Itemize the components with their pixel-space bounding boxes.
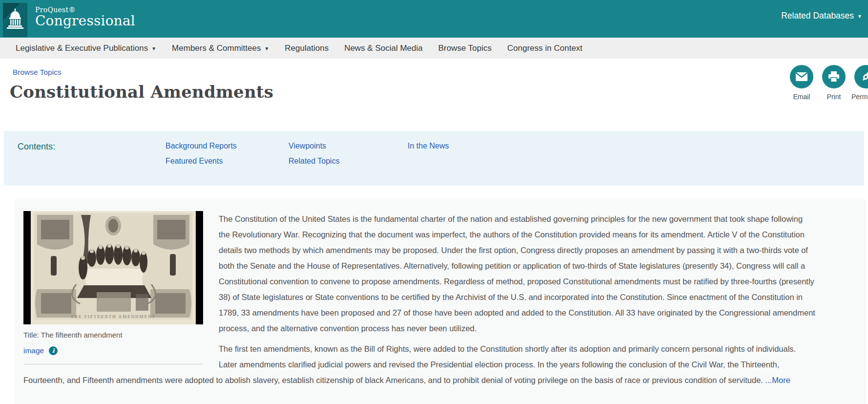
- fifteenth-amendment-image[interactable]: THE FIFTEENTH AMENDMENT: [23, 211, 203, 324]
- app-header: ProQuest® Congressional Related Database…: [0, 0, 868, 38]
- print-icon: [822, 65, 846, 88]
- brand-congressional: Congressional: [35, 14, 135, 28]
- contents-column-3: In the News: [408, 141, 449, 150]
- permalink-icon: [854, 65, 868, 88]
- nav-item-label: Members & Committees: [172, 43, 261, 53]
- related-databases-menu[interactable]: Related Databases ▼: [781, 11, 862, 21]
- nav-item-members-committees[interactable]: Members & Committees ▼: [164, 43, 277, 53]
- nav-item-browse-topics[interactable]: Browse Topics: [431, 43, 499, 53]
- email-icon: [790, 65, 813, 88]
- permalink-button[interactable]: Permalink: [851, 65, 868, 101]
- breadcrumb-browse-topics[interactable]: Browse Topics: [13, 68, 62, 77]
- email-button[interactable]: Email: [787, 65, 816, 101]
- nav-item-label: Browse Topics: [438, 43, 492, 53]
- brand-wordmark: ProQuest® Congressional: [35, 6, 135, 28]
- chevron-down-icon: ▼: [857, 14, 862, 19]
- info-icon[interactable]: i: [49, 346, 58, 355]
- contents-band: Contents: Background Reports Featured Ev…: [4, 131, 864, 186]
- proquest-logo[interactable]: [3, 3, 27, 37]
- contents-label: Contents:: [18, 142, 55, 152]
- contents-link-related-topics[interactable]: Related Topics: [289, 156, 340, 166]
- nav-item-label: News & Social Media: [344, 43, 423, 53]
- page-title: Constitutional Amendments: [10, 82, 273, 102]
- nav-item-label: Regulations: [285, 43, 329, 53]
- figure-divider: [23, 364, 203, 364]
- contents-link-in-the-news[interactable]: In the News: [408, 141, 449, 150]
- nav-item-congress-in-context[interactable]: Congress in Context: [499, 43, 590, 53]
- image-link[interactable]: image: [23, 345, 44, 356]
- more-link[interactable]: ...More: [765, 376, 790, 384]
- print-title-text: THE FIFTEENTH AMENDMENT: [71, 314, 156, 319]
- nav-item-regulations[interactable]: Regulations: [277, 43, 336, 53]
- figure-caption: Title: The fifteenth amendment: [23, 330, 203, 340]
- contents-link-featured-events[interactable]: Featured Events: [165, 156, 237, 166]
- action-label: Print: [819, 93, 848, 101]
- action-label: Permalink: [851, 93, 868, 101]
- main-nav: Legislative & Executive Publications ▼ M…: [0, 38, 868, 59]
- action-label: Email: [787, 93, 816, 101]
- capitol-icon: [6, 8, 24, 32]
- topic-overview-card: THE FIFTEENTH AMENDMENT Title: The fifte…: [15, 199, 866, 404]
- chevron-down-icon: ▼: [264, 46, 269, 51]
- nav-item-news-social-media[interactable]: News & Social Media: [336, 43, 431, 53]
- contents-link-viewpoints[interactable]: Viewpoints: [289, 141, 340, 150]
- topic-figure: THE FIFTEENTH AMENDMENT Title: The fifte…: [23, 211, 203, 364]
- contents-column-2: Viewpoints Related Topics: [289, 141, 340, 166]
- contents-link-background-reports[interactable]: Background Reports: [165, 141, 237, 150]
- print-button[interactable]: Print: [819, 65, 848, 101]
- related-databases-label: Related Databases: [781, 11, 854, 21]
- nav-item-legislative-executive-publications[interactable]: Legislative & Executive Publications ▼: [8, 43, 164, 53]
- contents-column-1: Background Reports Featured Events: [165, 141, 237, 166]
- chevron-down-icon: ▼: [151, 46, 156, 51]
- nav-item-label: Legislative & Executive Publications: [16, 43, 148, 53]
- nav-item-label: Congress in Context: [507, 43, 582, 53]
